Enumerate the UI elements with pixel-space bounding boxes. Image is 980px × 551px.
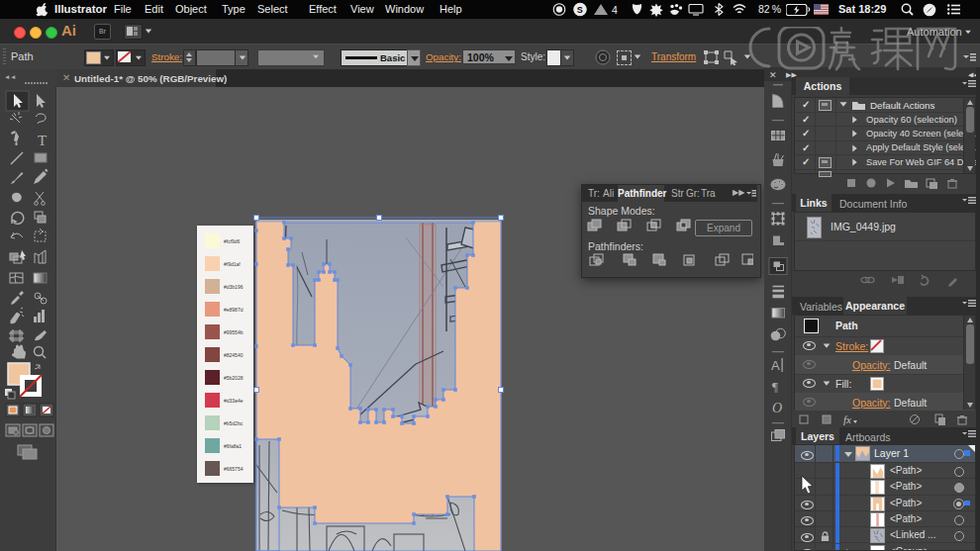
svg-text:O: O bbox=[772, 401, 782, 415]
svg-text:¶: ¶ bbox=[772, 379, 778, 394]
svg-text:fx: fx bbox=[843, 413, 851, 425]
svg-text:A: A bbox=[771, 358, 780, 373]
svg-text:4: 4 bbox=[612, 4, 618, 16]
svg-text:T: T bbox=[38, 133, 47, 148]
svg-text:S: S bbox=[577, 5, 583, 15]
